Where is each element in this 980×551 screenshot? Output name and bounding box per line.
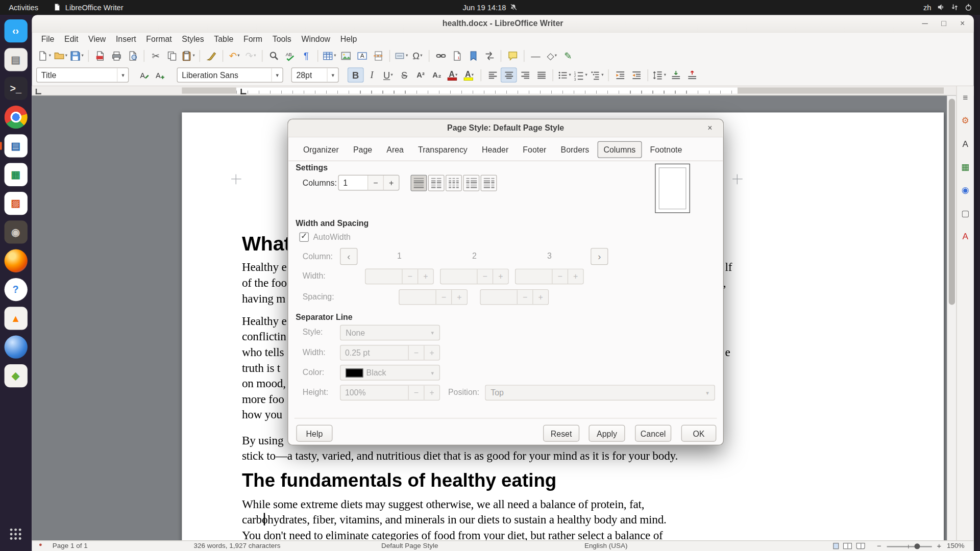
minimize-button[interactable]: ─ [919, 19, 931, 28]
dock-item-libreoffice-writer[interactable]: ▤ [4, 134, 27, 157]
separator-color-dropdown[interactable]: Black ▾ [340, 365, 440, 381]
dock-item-text-editor[interactable]: ▤ [4, 48, 27, 71]
tab-columns[interactable]: Columns [597, 141, 642, 158]
new-document-icon[interactable]: ▾ [36, 48, 53, 63]
dock-item-blue-sphere-app[interactable] [4, 336, 27, 359]
tab-type-selector-icon[interactable] [36, 89, 41, 94]
autowidth-checkbox[interactable]: ✓ [300, 233, 309, 242]
insert-special-character-icon[interactable]: Ω▾ [409, 48, 426, 63]
zoom-slider-thumb[interactable] [914, 543, 920, 549]
input-language-indicator[interactable]: zh [923, 3, 932, 12]
subscript-icon[interactable]: A₂ [429, 67, 445, 82]
show-draw-functions-icon[interactable]: ✎ [560, 48, 576, 63]
dialog-title-bar[interactable]: Page Style: Default Page Style × [288, 119, 723, 138]
increase-paragraph-spacing-icon[interactable] [668, 67, 684, 82]
horizontal-ruler[interactable] [32, 86, 973, 95]
columns-increment-button[interactable]: + [383, 176, 399, 190]
font-size-combobox[interactable]: 28pt ▾ [291, 67, 339, 82]
preset-one-column-button[interactable] [410, 175, 427, 191]
column-back-button[interactable]: ‹ [340, 248, 357, 265]
basic-shapes-icon[interactable]: ◇▾ [544, 48, 560, 63]
width-spinbox-1[interactable]: −+ [365, 269, 434, 285]
update-style-icon[interactable] [136, 67, 152, 82]
tab-footnote[interactable]: Footnote [644, 141, 688, 158]
app-grid-button[interactable] [4, 523, 27, 546]
strikethrough-icon[interactable]: S [396, 67, 412, 82]
preset-left-narrow-button[interactable] [463, 175, 479, 191]
save-icon[interactable]: ▾ [69, 48, 85, 63]
copy-icon[interactable] [164, 48, 180, 63]
dialog-close-button[interactable]: × [703, 119, 717, 137]
horizontal-line-icon[interactable]: — [527, 48, 544, 63]
bold-icon[interactable]: B [348, 67, 364, 82]
menu-help[interactable]: Help [336, 33, 361, 45]
align-justified-icon[interactable] [533, 67, 549, 82]
align-left-icon[interactable] [484, 67, 501, 82]
spelling-icon[interactable] [282, 48, 298, 63]
ok-button[interactable]: OK [681, 425, 717, 442]
gallery-icon[interactable]: ▦ [958, 161, 973, 173]
insert-text-box-icon[interactable] [354, 48, 370, 63]
insert-bookmark-icon[interactable] [465, 48, 481, 63]
print-icon[interactable] [108, 48, 125, 63]
align-right-icon[interactable] [517, 67, 533, 82]
zoom-level[interactable]: 150% [947, 542, 964, 549]
dock-item-terminal[interactable]: >_ [4, 77, 27, 100]
highlighting-color-icon[interactable]: A▾ [461, 67, 478, 82]
italic-icon[interactable]: I [364, 67, 380, 82]
underline-icon[interactable]: U▾ [380, 67, 396, 82]
tab-page[interactable]: Page [347, 141, 379, 158]
preset-two-columns-button[interactable] [428, 175, 445, 191]
insert-image-icon[interactable] [337, 48, 354, 63]
help-button[interactable]: Help [296, 425, 332, 442]
new-style-icon[interactable] [152, 67, 168, 82]
preset-three-columns-button[interactable] [446, 175, 462, 191]
accessibility-check-icon[interactable]: A [958, 230, 973, 242]
menu-form[interactable]: Form [239, 33, 266, 45]
increase-indent-icon[interactable] [612, 67, 628, 82]
decrease-indent-icon[interactable] [628, 67, 645, 82]
single-page-view-button[interactable] [833, 543, 839, 549]
column-forward-button[interactable]: › [591, 248, 608, 265]
dock-item-gimp[interactable]: ◉ [4, 220, 27, 243]
insert-footnote-icon[interactable] [449, 48, 465, 63]
page-deck-icon[interactable]: ▢ [958, 207, 973, 219]
book-view-button[interactable] [856, 543, 865, 549]
status-page-number[interactable]: Page 1 of 1 [53, 542, 88, 549]
menu-format[interactable]: Format [142, 33, 177, 45]
preset-right-narrow-button[interactable] [481, 175, 497, 191]
dock-item-libreoffice-impress[interactable]: ▨ [4, 192, 27, 215]
align-center-icon[interactable] [501, 67, 517, 82]
print-preview-icon[interactable] [125, 48, 141, 63]
tab-area[interactable]: Area [380, 141, 410, 158]
tab-header[interactable]: Header [476, 141, 515, 158]
dock-item-firefox[interactable] [4, 249, 27, 272]
line-spacing-icon[interactable]: ▾ [651, 67, 668, 82]
tab-borders[interactable]: Borders [554, 141, 595, 158]
zoom-out-button[interactable]: − [877, 542, 881, 550]
find-replace-icon[interactable] [265, 48, 282, 63]
formatting-marks-icon[interactable]: ¶ [298, 48, 314, 63]
cancel-button[interactable]: Cancel [635, 425, 671, 442]
ordered-list-icon[interactable]: ▾ [573, 67, 589, 82]
tab-transparency[interactable]: Transparency [412, 141, 474, 158]
separator-width-spinbox[interactable]: 0.25 pt −+ [340, 345, 440, 361]
redo-icon[interactable]: ↷▾ [242, 48, 259, 63]
system-indicators[interactable]: zh [923, 3, 980, 12]
width-spinbox-3[interactable]: −+ [515, 269, 584, 285]
properties-icon[interactable]: ⚙ [958, 114, 973, 127]
separator-style-dropdown[interactable]: None ▾ [340, 325, 440, 341]
decrease-paragraph-spacing-icon[interactable] [684, 67, 700, 82]
tab-organizer[interactable]: Organizer [297, 141, 345, 158]
dock-item-vlc[interactable]: ▲ [4, 307, 27, 330]
unordered-list-icon[interactable]: ▾ [556, 67, 573, 82]
undo-icon[interactable]: ↶▾ [226, 48, 242, 63]
menu-file[interactable]: File [37, 33, 59, 45]
styles-icon[interactable]: A [958, 137, 973, 149]
menu-window[interactable]: Window [297, 33, 335, 45]
insert-cross-reference-icon[interactable] [481, 48, 498, 63]
status-page-style[interactable]: Default Page Style [381, 542, 438, 549]
zoom-in-button[interactable]: + [937, 542, 942, 550]
navigator-icon[interactable]: ◉ [958, 184, 973, 196]
zoom-slider[interactable] [887, 546, 932, 547]
